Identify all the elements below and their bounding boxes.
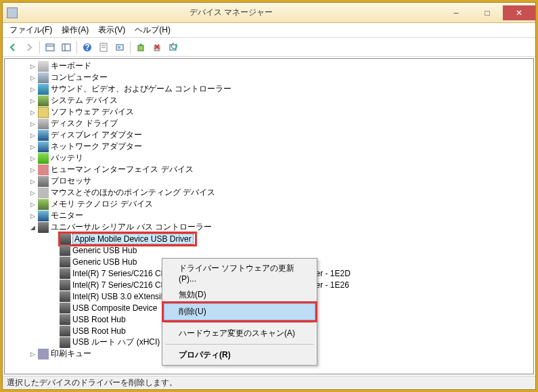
expand-icon[interactable]: ▷	[29, 212, 37, 219]
device-icon	[38, 176, 49, 187]
tree-node-label: Generic USB Hub	[72, 246, 137, 255]
device-icon	[60, 234, 71, 244]
menu-view[interactable]: 表示(V)	[94, 24, 129, 37]
status-text: 選択したデバイスのドライバーを削除します。	[7, 377, 177, 389]
toolbar-rescan-icon[interactable]	[166, 40, 181, 55]
expand-icon[interactable]: ▷	[29, 166, 37, 173]
toolbar-detail-icon[interactable]	[59, 40, 74, 55]
context-separator	[165, 322, 314, 323]
toolbar-separator	[130, 41, 131, 53]
device-icon	[38, 153, 49, 164]
device-icon	[38, 107, 49, 118]
toolbar-back-icon[interactable]	[5, 40, 20, 55]
tree-node[interactable]: ▷ディスプレイ アダプター	[5, 129, 533, 141]
toolbar-help-icon[interactable]: ?	[80, 40, 95, 55]
tree-node[interactable]: Apple Mobile Device USB Driver	[5, 233, 533, 244]
tree-node[interactable]: ▷マウスとそのほかのポインティング デバイス	[5, 187, 533, 198]
expand-icon[interactable]: ▷	[29, 143, 37, 150]
context-scan-hardware[interactable]: ハードウェア変更のスキャン(A)	[164, 325, 315, 342]
tree-node[interactable]: ▷ヒューマン インターフェイス デバイス	[5, 164, 533, 175]
context-update-driver[interactable]: ドライバー ソフトウェアの更新(P)...	[164, 260, 315, 286]
toolbar-separator	[39, 41, 40, 53]
tree-node-label: コンピューター	[51, 72, 108, 83]
expand-icon[interactable]: ▷	[29, 200, 37, 208]
device-icon	[38, 118, 49, 129]
tree-node[interactable]: ▷システム デバイス	[5, 95, 533, 106]
tree-node[interactable]: ▷ソフトウェア デバイス	[5, 106, 533, 118]
tree-node-label: USB Composite Device	[72, 303, 157, 313]
expand-icon[interactable]: ▷	[29, 154, 37, 162]
context-disable[interactable]: 無効(D)	[164, 286, 315, 303]
menubar: ファイル(F) 操作(A) 表示(V) ヘルプ(H)	[3, 23, 535, 38]
close-button[interactable]: ✕	[503, 5, 535, 20]
device-tree[interactable]: ▷キーボード▷コンピューター▷サウンド、ビデオ、およびゲーム コントローラー▷シ…	[4, 58, 534, 374]
device-icon	[60, 280, 70, 290]
menu-action[interactable]: 操作(A)	[58, 24, 93, 37]
toolbar-update-driver-icon[interactable]	[133, 40, 148, 55]
toolbar-uninstall-icon[interactable]	[150, 40, 164, 55]
device-icon	[38, 199, 49, 210]
expand-icon[interactable]: ▷	[29, 62, 37, 70]
toolbar-scan-icon[interactable]	[112, 40, 127, 55]
device-icon	[38, 222, 49, 233]
menu-file[interactable]: ファイル(F)	[5, 24, 56, 37]
context-properties[interactable]: プロパティ(R)	[164, 347, 315, 364]
toolbar-forward-icon[interactable]	[22, 40, 37, 55]
expand-icon[interactable]: ▷	[29, 74, 37, 81]
tree-node-label: モニター	[51, 210, 83, 221]
expand-icon[interactable]: ▷	[29, 120, 37, 127]
tree-node-label: サウンド、ビデオ、およびゲーム コントローラー	[51, 83, 231, 95]
device-icon	[60, 257, 70, 267]
no-expander	[51, 327, 58, 334]
menu-help[interactable]: ヘルプ(H)	[131, 24, 175, 37]
tree-node[interactable]: ▷モニター	[5, 210, 533, 221]
expand-icon[interactable]: ▷	[29, 177, 37, 185]
context-menu: ドライバー ソフトウェアの更新(P)... 無効(D) 削除(U) ハードウェア…	[162, 258, 317, 366]
svg-rect-0	[46, 44, 54, 51]
tree-node[interactable]: Generic USB Hub	[5, 244, 533, 256]
tree-node[interactable]: ▷バッテリ	[5, 152, 533, 164]
tree-node-label: USB Root Hub	[72, 315, 126, 324]
svg-rect-2	[62, 44, 70, 51]
titlebar: デバイス マネージャー – □ ✕	[3, 3, 535, 23]
device-icon	[60, 337, 70, 348]
expand-icon[interactable]: ▷	[29, 108, 37, 116]
tree-node-label: 印刷キュー	[51, 348, 91, 360]
tree-node[interactable]: ▷コンピューター	[5, 72, 533, 83]
toolbar-properties-icon[interactable]	[96, 40, 111, 55]
expand-icon[interactable]: ▷	[29, 97, 37, 104]
device-icon	[60, 314, 70, 325]
minimize-button[interactable]: –	[441, 5, 472, 20]
tree-node-label: USB ルート ハブ (xHCI)	[72, 336, 160, 348]
tree-node-label: ネットワーク アダプター	[51, 141, 142, 152]
tree-node[interactable]: ▷プロセッサ	[5, 175, 533, 187]
toolbar-view-icon[interactable]	[43, 40, 58, 55]
context-delete[interactable]: 削除(U)	[164, 303, 315, 320]
expand-icon[interactable]: ▷	[29, 131, 37, 139]
tree-node[interactable]: ▷メモリ テクノロジ デバイス	[5, 198, 533, 210]
expand-icon[interactable]: ▷	[29, 189, 37, 196]
no-expander	[51, 281, 58, 288]
tree-node[interactable]: ◢ユニバーサル シリアル バス コントローラー	[5, 221, 533, 233]
maximize-button[interactable]: □	[472, 5, 503, 20]
no-expander	[51, 292, 58, 300]
tree-node-label: ソフトウェア デバイス	[51, 106, 134, 118]
toolbar: ?	[3, 38, 535, 57]
no-expander	[51, 246, 58, 254]
device-icon	[38, 61, 49, 72]
device-icon	[38, 165, 49, 175]
tree-node[interactable]: ▷サウンド、ビデオ、およびゲーム コントローラー	[5, 83, 533, 95]
tree-node-label: Generic USB Hub	[72, 257, 137, 267]
tree-node-label: ユニバーサル シリアル バス コントローラー	[51, 221, 212, 233]
device-icon	[38, 349, 49, 360]
tree-node[interactable]: ▷ディスク ドライブ	[5, 118, 533, 129]
no-expander	[51, 235, 58, 242]
tree-node[interactable]: ▷キーボード	[5, 60, 533, 72]
expand-icon[interactable]: ▷	[29, 85, 37, 93]
svg-text:?: ?	[85, 43, 89, 52]
no-expander	[51, 269, 58, 277]
tree-node[interactable]: ▷ネットワーク アダプター	[5, 141, 533, 152]
tree-node-label: Apple Mobile Device USB Driver	[73, 234, 193, 244]
collapse-icon[interactable]: ◢	[29, 223, 37, 231]
expand-icon[interactable]: ▷	[29, 350, 37, 357]
